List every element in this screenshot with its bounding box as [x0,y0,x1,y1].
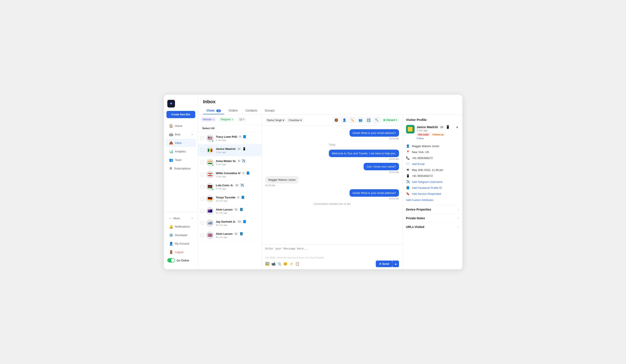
collapse-icon[interactable]: ▲ [456,125,459,129]
sidebar-item-home-label: Home [175,124,182,128]
label-button[interactable]: 🏷️ [349,117,356,124]
chat-count: 12 [236,147,241,150]
platform-icon: 📘 [246,171,250,175]
last-seen-value: May 20th 2022, 11:48 pm [412,168,443,171]
sidebar-item-my-account[interactable]: 👤 My Account [166,239,196,248]
chat-item[interactable]: 🇺🇸 Tracy Lowe PhD 3 📘 2 min ago [198,132,262,144]
chat-checkbox[interactable] [200,173,204,176]
note-icon[interactable]: 📋 [295,262,300,266]
more-filters-button[interactable]: 12 + [237,117,247,122]
filter-telegram[interactable]: Telegram ✕ [218,117,235,122]
lightning-icon[interactable]: ⚡ [289,262,293,266]
email-add-link[interactable]: Add Email [412,163,425,165]
facebook-field[interactable]: 📘 Add Facebook Profile ID [406,185,459,191]
chat-checkbox[interactable] [200,149,204,152]
sidebar-item-home[interactable]: 🏠 Home [166,122,196,130]
service-add-link[interactable]: Add Service Requested [412,192,441,196]
sidebar-item-team[interactable]: 👥 Team [166,156,196,164]
team-selector[interactable]: Civertise ▾ [287,118,304,123]
chat-name: Tonya Turcotte [216,196,235,199]
chat-item[interactable]: 🇰🇪 Lola Conn Jr. 10 ✈️ 6 min ago [198,181,262,193]
telegram-field[interactable]: ✈️ Add Telegram Username [406,179,459,185]
facebook-add-link[interactable]: Add Facebook Profile ID [412,186,442,190]
tab-orders[interactable]: Orders [225,107,241,114]
create-new-bot-button[interactable]: Create New Bot [166,111,195,118]
phone-value: +91 9935468272 [412,157,433,160]
chat-item[interactable]: 🇬🇧 Alvin Larson 11 📘 40 min ago [198,229,262,241]
message-time: 09:58 AM [389,137,399,140]
team-name: Civertise [289,119,300,122]
add-participant-button[interactable]: 👤 [341,117,348,124]
filter-website-close[interactable]: ✕ [213,118,214,121]
sidebar-item-logout[interactable]: 🚪 Logout [166,248,196,256]
message-bubble: Great! What is your email address? [350,129,399,137]
message-time: 09:58 AM [389,197,399,200]
chat-time: 10 min ago [216,199,259,202]
page-title: Inbox [203,99,457,104]
whatsapp-value: +91 9935468272 [412,174,433,177]
mute-button[interactable]: 🔕 [333,117,340,124]
platform-icon: 📘 [241,196,245,199]
chat-name: Tracy Lowe PhD [216,135,237,138]
urls-visited-section[interactable]: URLs Visited › [406,222,459,231]
sidebar-item-subscriptions[interactable]: 🖥 Subscriptions [166,164,196,172]
tab-contacts[interactable]: Contacts [242,107,260,114]
chat-item[interactable]: 🇺🇾 Jay Gerhold Jr. 13 📘 56 min ago [198,217,262,229]
chat-item[interactable]: 🇸🇳 Janice Waelchi 12 📱 3 min ago [198,144,262,157]
sidebar-item-inbox[interactable]: 📥 Inbox [166,139,196,147]
filter-telegram-close[interactable]: ✕ [232,118,234,121]
status-closed-button[interactable]: Closed ▾ [381,118,399,122]
telegram-add-link[interactable]: Add Telegram Username [412,180,443,184]
visitor-profile-title: Visitor Profile [406,118,459,122]
message-input[interactable] [265,247,399,255]
download-button[interactable]: ⬇️ [365,117,372,124]
chat-time: 6 min ago [216,187,259,190]
sidebar-item-developer[interactable]: ⚙️ Developer [166,231,196,239]
messages-area: Great! What is your email address? 09:58… [262,126,402,245]
agent-selector[interactable]: Rahul Singh ▾ [265,118,286,123]
sidebar-item-notifications[interactable]: 🔔 Notifications [166,222,196,231]
sidebar-item-bots[interactable]: 🤖 Bots ▾ [166,130,196,138]
message-row: Welcome to Tour and Travels. I am here t… [265,150,399,160]
send-expand-button[interactable]: ▲ [392,261,399,267]
chat-item[interactable]: 🇩🇪 Tonya Turcotte 2 📘 10 min ago [198,193,262,205]
filter-website[interactable]: Website ✕ [200,117,217,122]
send-button[interactable]: ➤ Send [376,261,392,267]
device-properties-section[interactable]: Device Properties › [406,205,459,214]
chat-name: Willis Considine IV [216,171,241,175]
chat-checkbox[interactable] [200,197,204,200]
chat-item[interactable]: 🇮🇳 Anna Weber Sr. 9 ✈️ 3 min ago [198,157,262,168]
emoji-icon[interactable]: 😊 [283,262,287,266]
chat-checkbox[interactable] [200,221,204,225]
avatar: 🇦🇺 [206,207,214,215]
person-icon: 👤 [406,144,410,148]
sidebar-item-analytics[interactable]: 📊 Analytics [166,147,196,156]
attachment-icon[interactable]: 📎 [277,262,281,266]
more-icon: ··· [169,216,172,220]
chat-item[interactable]: 🇱🇧 Willis Considine IV 1 📘 3 min ago [198,168,262,181]
chat-checkbox[interactable] [200,161,204,164]
service-field[interactable]: 🔖 Add Service Requested [406,191,459,197]
chat-checkbox[interactable] [200,233,204,237]
chat-checkbox[interactable] [200,209,204,213]
private-notes-section[interactable]: Private Notes › [406,214,459,222]
eye-icon: 👁️ [406,168,410,171]
online-toggle-switch[interactable] [167,258,175,263]
tab-groups[interactable]: Groups [261,107,278,114]
chat-checkbox[interactable] [200,136,204,140]
image-icon[interactable]: 🖼️ [265,262,270,266]
service-icon: 🔖 [406,192,410,196]
chat-item[interactable]: 🇦🇺 Alvin Larson 11 📘 40 min ago [198,205,262,217]
chat-checkbox[interactable] [200,185,204,188]
sidebar-item-more[interactable]: ··· More ▾ [166,214,196,222]
video-icon[interactable]: 📹 [271,262,275,266]
tab-chats[interactable]: Chats 12 [203,107,224,114]
settings-button[interactable]: 🔧 [373,117,380,124]
sidebar-item-analytics-label: Analytics [175,150,186,153]
add-custom-attributes-link[interactable]: Add Custom Attributes [406,199,459,201]
input-hint: Use Shift + Enter for next line & press … [265,256,399,259]
team-button[interactable]: 👥 [357,117,364,124]
more-tags-link[interactable]: 3 More [417,137,424,140]
chat-list: 🇺🇸 Tracy Lowe PhD 3 📘 2 min ago [198,132,262,269]
email-field[interactable]: ✉️ Add Email [406,161,459,167]
